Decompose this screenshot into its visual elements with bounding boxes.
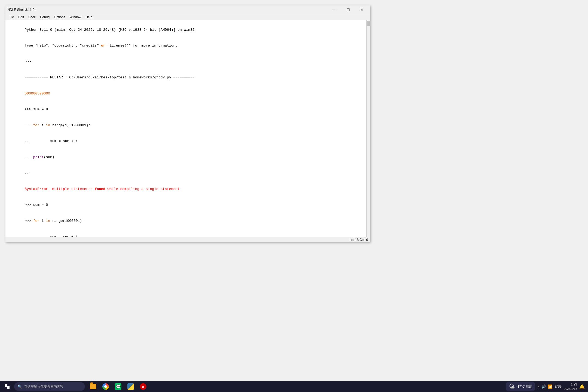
- titlebar-controls: ─ □ ✕: [328, 5, 368, 14]
- menubar: File Edit Shell Debug Options Window Hel…: [5, 14, 370, 20]
- shell-output[interactable]: Python 3.11.0 (main, Oct 24 2022, 18:26:…: [5, 20, 366, 237]
- shell-line-2: Type "help", "copyright", "credits" or "…: [8, 38, 364, 54]
- menu-shell[interactable]: Shell: [26, 15, 38, 20]
- shell-line-sum-add2: ... sum = sum + i: [8, 229, 364, 237]
- status-text: Ln: 18 Col: 0: [350, 238, 368, 242]
- taskbar-app-explorer[interactable]: [87, 381, 99, 392]
- shell-line-for2: >>> for i in range(1000001):: [8, 213, 364, 229]
- search-icon: 🔍: [17, 384, 22, 389]
- taskbar-app-redarrow[interactable]: ↺: [137, 381, 149, 392]
- taskbar-app-wechat[interactable]: 💬: [112, 381, 124, 392]
- titlebar: *IDLE Shell 3.11.0* ─ □ ✕: [5, 5, 370, 14]
- menu-help[interactable]: Help: [83, 15, 94, 20]
- shell-line-sum02: >>> sum = 0: [8, 197, 364, 213]
- menu-options[interactable]: Options: [52, 15, 67, 20]
- shell-line-output: 500000500000: [8, 85, 364, 102]
- weather-widget: 🌤 -17°C 晴朗: [506, 382, 535, 391]
- python-icon: [127, 383, 134, 390]
- shell-line-1: Python 3.11.0 (main, Oct 24 2022, 18:26:…: [8, 22, 364, 38]
- time-display: 1:23: [564, 382, 577, 387]
- menu-debug[interactable]: Debug: [38, 15, 52, 20]
- shell-line-syntaxerror1: SyntaxError: multiple statements found w…: [8, 181, 364, 197]
- shell-line-print1: ... print(sum): [8, 149, 364, 165]
- chevron-up-icon[interactable]: ∧: [537, 384, 540, 389]
- taskbar: 🔍 在这里输入你要搜索的内容 💬 ↺ 🌤 -17°C 晴朗 ∧ 🔊: [0, 381, 588, 392]
- language-indicator[interactable]: ENG: [555, 385, 562, 388]
- taskbar-right: 🌤 -17°C 晴朗 ∧ 🔊 📶 ENG 1:23 2023/1/18 🔔: [506, 382, 587, 391]
- menu-file[interactable]: File: [7, 15, 16, 20]
- search-placeholder: 在这里输入你要搜索的内容: [24, 384, 63, 389]
- chrome-icon: [102, 383, 109, 390]
- content-area: Python 3.11.0 (main, Oct 24 2022, 18:26:…: [5, 20, 370, 237]
- shell-line-restart: =========== RESTART: C:/Users/dukai/Desk…: [8, 70, 364, 86]
- scroll-thumb[interactable]: [367, 21, 370, 26]
- shell-line-for1: ... for i in range(1, 1000001):: [8, 117, 364, 133]
- start-button[interactable]: [1, 381, 13, 392]
- clock-widget[interactable]: 1:23 2023/1/18: [564, 382, 577, 391]
- python-version-info: Python 3.11.0 (main, Oct 24 2022, 18:26:…: [24, 28, 194, 32]
- scrollbar[interactable]: [366, 20, 370, 237]
- shell-line-sum0: >>> sum = 0: [8, 102, 364, 118]
- volume-icon[interactable]: 🔊: [541, 384, 546, 389]
- weather-icon: 🌤: [509, 383, 515, 390]
- shell-line-sum-add1: ... sum = sum + i: [8, 133, 364, 149]
- statusbar: Ln: 18 Col: 0: [5, 237, 370, 242]
- notification-icon[interactable]: 🔔: [579, 384, 585, 389]
- shell-line-dots: ...: [8, 165, 364, 181]
- network-icon[interactable]: 📶: [548, 384, 552, 389]
- windows-icon: [5, 384, 10, 389]
- window-title: *IDLE Shell 3.11.0*: [8, 8, 36, 12]
- redarrow-icon: ↺: [140, 383, 146, 390]
- menu-edit[interactable]: Edit: [16, 15, 26, 20]
- taskbar-app-chrome[interactable]: [100, 381, 112, 392]
- wechat-icon: 💬: [115, 383, 121, 390]
- idle-shell-window: *IDLE Shell 3.11.0* ─ □ ✕ File Edit Shel…: [5, 5, 370, 242]
- minimize-button[interactable]: ─: [328, 5, 341, 14]
- type-help-text: Type "help", "copyright", "credits" or "…: [24, 44, 177, 48]
- explorer-icon: [90, 384, 96, 389]
- shell-line-3: >>>: [8, 54, 364, 70]
- taskbar-app-python[interactable]: [125, 381, 137, 392]
- date-display: 2023/1/18: [564, 387, 577, 391]
- maximize-button[interactable]: □: [342, 5, 354, 14]
- system-tray-icons: ∧ 🔊 📶: [537, 384, 552, 389]
- close-button[interactable]: ✕: [356, 5, 368, 14]
- taskbar-search[interactable]: 🔍 在这里输入你要搜索的内容: [14, 382, 85, 391]
- temperature-text: -17°C 晴朗: [516, 384, 532, 389]
- menu-window[interactable]: Window: [67, 15, 83, 20]
- taskbar-apps: 💬 ↺: [87, 381, 149, 392]
